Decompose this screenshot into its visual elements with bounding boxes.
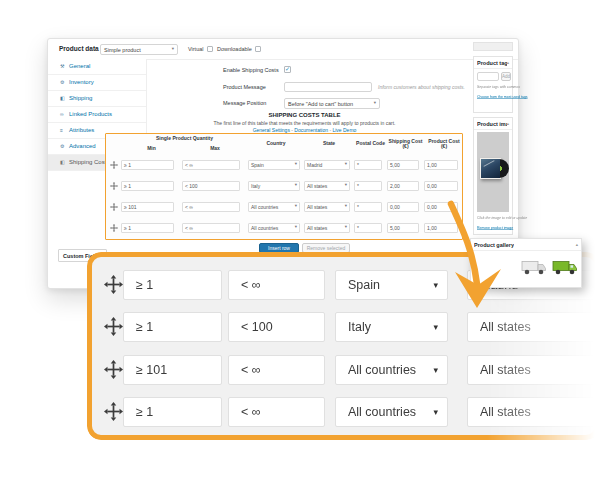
truck-icon: ◧ <box>60 155 66 170</box>
add-tag-button[interactable]: Add <box>501 72 511 81</box>
chevron-down-icon: ▾ <box>374 101 376 106</box>
gear-icon: ⚙ <box>60 139 66 154</box>
highlight-arrow <box>440 198 510 322</box>
country-select[interactable]: Spain▾ <box>248 160 300 170</box>
tab-general[interactable]: ⚒General <box>48 59 146 75</box>
product-cost-input[interactable]: 1,00 <box>424 160 458 170</box>
table-row: ≥ 1 < ∞ All countries▾ All states▾ * 5,0… <box>106 217 462 238</box>
min-quantity-input[interactable]: ≥ 1 <box>121 223 174 233</box>
min-quantity-input[interactable]: ≥ 101 <box>121 202 174 212</box>
virtual-label: Virtual <box>188 39 204 59</box>
table-row: ≥ 1 < ∞ Spain▾ Madrid▾ * 5,00 1,00 <box>106 154 462 175</box>
product-tags-box: Product tags ▴ Add Separate tags with co… <box>473 56 513 113</box>
checkmark-icon: ✓ <box>285 66 290 72</box>
tags-hint: Separate tags with commas <box>477 85 520 89</box>
chevron-down-icon: ▾ <box>345 225 347 230</box>
link-icon: ∞ <box>60 107 66 122</box>
country-select[interactable]: All countries▾ <box>248 223 300 233</box>
product-type-select[interactable]: Simple product ▾ <box>100 44 178 55</box>
downloadable-checkbox[interactable] <box>255 46 261 52</box>
postal-code-input[interactable]: * <box>354 160 382 170</box>
chevron-down-icon: ▾ <box>295 162 297 167</box>
country-select[interactable]: Italy▾ <box>335 312 448 342</box>
move-icon[interactable] <box>104 317 123 336</box>
max-quantity-input[interactable]: < ∞ <box>228 397 325 427</box>
table-header: Single Product Quantity Min Max Country … <box>106 134 462 154</box>
min-quantity-input[interactable]: ≥ 1 <box>123 270 222 300</box>
green-truck-thumbnail[interactable] <box>552 259 578 277</box>
table-row: ≥ 1 < 100 Italy▾ All states▾ * 2,00 0,00 <box>106 175 462 196</box>
chevron-down-icon: ▾ <box>433 322 438 332</box>
country-select[interactable]: All countries▾ <box>335 355 448 385</box>
postal-code-input[interactable]: * <box>354 202 382 212</box>
most-used-tags-link[interactable]: Choose from the most used tags <box>477 95 528 99</box>
enable-shipping-costs-checkbox[interactable]: ✓ <box>284 66 291 73</box>
shipping-cost-input[interactable]: 0,00 <box>387 202 419 212</box>
shipping-cost-input[interactable]: 5,00 <box>387 223 419 233</box>
postal-code-input[interactable]: * <box>354 223 382 233</box>
move-icon[interactable] <box>110 182 118 190</box>
state-select[interactable]: Madrid▾ <box>304 160 350 170</box>
shipping-cost-input[interactable]: 2,00 <box>387 181 419 191</box>
virtual-checkbox[interactable] <box>207 46 213 52</box>
move-icon[interactable] <box>110 203 118 211</box>
max-quantity-input[interactable]: < 100 <box>182 181 240 191</box>
max-quantity-input[interactable]: < ∞ <box>182 202 240 212</box>
collapse-icon[interactable]: ▴ <box>576 242 578 247</box>
state-select[interactable]: All states <box>467 355 600 385</box>
product-message-hint: Inform customers about shipping costs. <box>378 84 465 90</box>
country-select[interactable]: All countries▾ <box>335 397 448 427</box>
state-select[interactable]: All states▾ <box>304 181 350 191</box>
max-quantity-input[interactable]: < 100 <box>228 312 325 342</box>
max-quantity-input[interactable]: < ∞ <box>228 355 325 385</box>
chevron-down-icon: ▾ <box>433 365 438 375</box>
product-image-header[interactable]: Product image ▴ <box>474 118 512 130</box>
tab-linked-products[interactable]: ∞Linked Products <box>48 107 146 123</box>
move-icon[interactable] <box>104 360 123 379</box>
product-data-header: Product data — Simple product ▾ Virtual … <box>48 39 518 60</box>
move-icon[interactable] <box>104 275 123 294</box>
min-quantity-input[interactable]: ≥ 1 <box>121 160 174 170</box>
shipping-costs-table-title: SHIPPING COSTS TABLE <box>146 112 463 118</box>
country-select[interactable]: Spain▾ <box>335 270 448 300</box>
postal-code-input[interactable]: * <box>354 181 382 191</box>
tab-inventory[interactable]: ⚙Inventory <box>48 75 146 91</box>
message-position-label: Message Position <box>223 100 266 106</box>
shipping-cost-input[interactable]: 5,00 <box>387 160 419 170</box>
state-select[interactable]: All states <box>467 397 600 427</box>
tab-shipping[interactable]: ◧Shipping <box>48 91 146 107</box>
collapsed-metabox-stub <box>473 42 513 51</box>
product-tags-header[interactable]: Product tags ▴ <box>474 57 512 69</box>
min-quantity-input[interactable]: ≥ 1 <box>121 181 174 191</box>
enable-shipping-costs-label: Enable Shipping Costs <box>223 67 279 73</box>
product-cost-input[interactable]: 0,00 <box>424 181 458 191</box>
chevron-down-icon: ▾ <box>295 225 297 230</box>
chevron-down-icon: ▾ <box>345 183 347 188</box>
chevron-down-icon: ▾ <box>295 204 297 209</box>
country-select[interactable]: All countries▾ <box>248 202 300 212</box>
state-select[interactable]: All states▾ <box>304 202 350 212</box>
max-quantity-input[interactable]: < ∞ <box>182 160 240 170</box>
move-icon[interactable] <box>104 402 123 421</box>
table-row: ≥ 101 < ∞ All countries▾ All states▾ * 0… <box>106 196 462 217</box>
chevron-down-icon: ▾ <box>433 280 438 290</box>
move-icon[interactable] <box>110 161 118 169</box>
album-cover <box>481 159 500 178</box>
message-position-select[interactable]: Before "Add to cart" button ▾ <box>284 98 380 109</box>
product-message-label: Product Message <box>223 84 266 90</box>
product-tags-input[interactable] <box>477 72 499 81</box>
collapse-icon[interactable]: ▴ <box>507 121 509 126</box>
min-quantity-input[interactable]: ≥ 1 <box>123 397 222 427</box>
min-quantity-input[interactable]: ≥ 1 <box>123 312 222 342</box>
move-icon[interactable] <box>110 224 118 232</box>
collapse-icon[interactable]: ▴ <box>507 60 509 65</box>
max-quantity-input[interactable]: < ∞ <box>182 223 240 233</box>
chevron-down-icon: ▾ <box>295 183 297 188</box>
product-message-input[interactable] <box>284 82 372 92</box>
gray-truck-thumbnail[interactable] <box>521 259 547 277</box>
min-quantity-input[interactable]: ≥ 101 <box>123 355 222 385</box>
country-select[interactable]: Italy▾ <box>248 181 300 191</box>
max-quantity-input[interactable]: < ∞ <box>228 270 325 300</box>
state-select[interactable]: All states▾ <box>304 223 350 233</box>
downloadable-label: Downloadable <box>217 39 252 59</box>
